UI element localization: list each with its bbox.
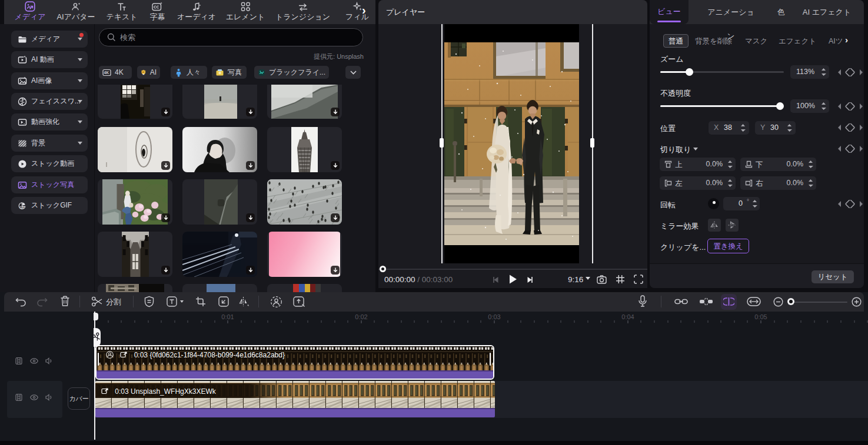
svg-text:0:05: 0:05 <box>754 313 767 320</box>
svg-text:AI: AI <box>142 71 145 73</box>
svg-text:GIF: GIF <box>19 206 24 209</box>
svg-text:0:02: 0:02 <box>355 313 367 320</box>
svg-text:0:01: 0:01 <box>221 313 234 320</box>
svg-text:0:04: 0:04 <box>621 313 634 320</box>
svg-text:0:03: 0:03 <box>488 313 500 320</box>
svg-text:4K: 4K <box>104 71 109 75</box>
